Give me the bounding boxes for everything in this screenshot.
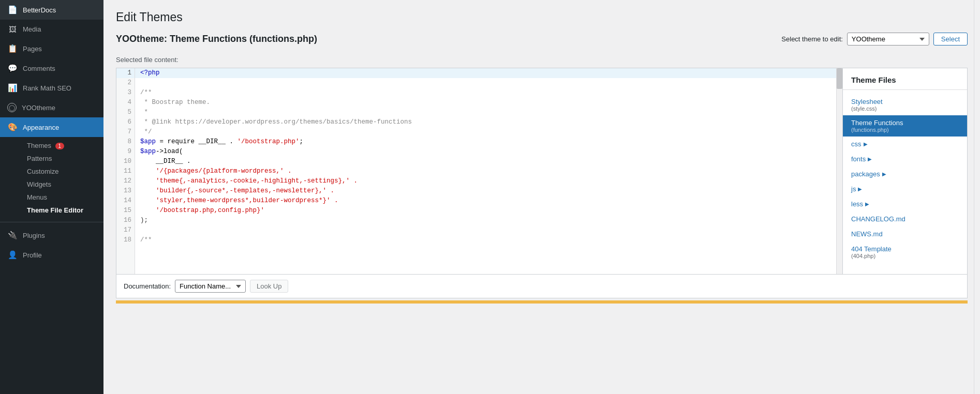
- sidebar-item-betterdocs[interactable]: 📄 BetterDocs: [0, 0, 103, 20]
- sidebar-label-plugins: Plugins: [23, 232, 45, 239]
- sidebar-label-patterns: Patterns: [27, 155, 52, 162]
- file-item-js[interactable]: js▶: [843, 181, 967, 196]
- sidebar-label-rankmath: Rank Math SEO: [23, 84, 71, 92]
- file-list-scroll: Stylesheet(style.css)Theme Functions(fun…: [843, 90, 967, 274]
- folder-name-less: less: [851, 200, 863, 208]
- file-sub-stylesheet: (style.css): [851, 105, 959, 112]
- file-name-news: NEWS.md: [851, 230, 883, 238]
- theme-selector-row: Select theme to edit: YOOthemeTwenty Twe…: [781, 33, 968, 46]
- folder-arrow-js: ▶: [858, 186, 862, 192]
- file-item-stylesheet[interactable]: Stylesheet(style.css): [843, 94, 967, 115]
- sidebar-item-yootheme[interactable]: ◯ YOOtheme: [0, 98, 103, 117]
- sidebar-item-menus[interactable]: Menus: [23, 191, 103, 204]
- appearance-submenu: Themes 1 Patterns Customize Widgets Menu…: [0, 137, 103, 219]
- line-numbers: 123456789101112131415161718: [116, 68, 135, 274]
- appearance-icon: 🎨: [7, 123, 18, 132]
- file-item-404-template[interactable]: 404 Template(404.php): [843, 241, 967, 263]
- sidebar-item-widgets[interactable]: Widgets: [23, 178, 103, 191]
- file-item-packages[interactable]: packages▶: [843, 166, 967, 181]
- sidebar-divider-1: [0, 222, 103, 222]
- sidebar-label-profile: Profile: [23, 251, 42, 259]
- file-list-scrollbar: [974, 0, 980, 394]
- code-line-9: $app->load(: [135, 147, 836, 157]
- line-number-14: 14: [116, 196, 135, 206]
- sidebar-label-menus: Menus: [27, 193, 47, 201]
- main-content: Edit Themes YOOtheme: Theme Functions (f…: [103, 0, 980, 394]
- sidebar-item-patterns[interactable]: Patterns: [23, 152, 103, 165]
- comments-icon: 💬: [7, 64, 18, 73]
- sidebar-item-appearance[interactable]: 🎨 Appearance: [0, 117, 103, 137]
- code-line-15: '/bootstrap.php,config.php}': [135, 206, 836, 216]
- sidebar-label-appearance: Appearance: [23, 124, 59, 131]
- select-button[interactable]: Select: [933, 33, 968, 46]
- sidebar-label-themes: Themes: [27, 142, 51, 149]
- code-line-14: 'styler,theme-wordpress*,builder-wordpre…: [135, 196, 836, 206]
- folder-name-js: js: [851, 185, 856, 193]
- folder-name-css: css: [851, 140, 862, 148]
- line-number-11: 11: [116, 166, 135, 176]
- betterdocs-icon: 📄: [7, 5, 18, 14]
- file-item-changelog[interactable]: CHANGELOG.md: [843, 211, 967, 226]
- file-item-news[interactable]: NEWS.md: [843, 226, 967, 241]
- sidebar-item-comments[interactable]: 💬 Comments: [0, 58, 103, 78]
- profile-icon: 👤: [7, 250, 18, 260]
- code-line-5: *: [135, 108, 836, 117]
- line-number-4: 4: [116, 98, 135, 108]
- file-list-panel: Theme Files Stylesheet(style.css)Theme F…: [843, 68, 967, 274]
- code-line-2: [135, 78, 836, 88]
- code-line-13: 'builder{,-source*,-templates,-newslette…: [135, 186, 836, 196]
- file-item-less[interactable]: less▶: [843, 196, 967, 211]
- sidebar-item-plugins[interactable]: 🔌 Plugins: [0, 225, 103, 245]
- file-list-title: Theme Files: [843, 68, 967, 90]
- sidebar-label-customize: Customize: [27, 168, 58, 175]
- sidebar-item-customize[interactable]: Customize: [23, 165, 103, 178]
- line-number-5: 5: [116, 108, 135, 117]
- sidebar: 📄 BetterDocs 🖼 Media 📋 Pages 💬 Comments …: [0, 0, 103, 394]
- lookup-button[interactable]: Look Up: [250, 280, 288, 293]
- function-name-select[interactable]: Function Name...: [175, 280, 246, 293]
- sidebar-item-profile[interactable]: 👤 Profile: [0, 245, 103, 265]
- line-number-16: 16: [116, 216, 135, 225]
- sidebar-item-pages[interactable]: 📋 Pages: [0, 39, 103, 58]
- file-item-fonts[interactable]: fonts▶: [843, 151, 967, 166]
- code-line-4: * Boostrap theme.: [135, 98, 836, 108]
- folder-arrow-css: ▶: [864, 141, 868, 147]
- sidebar-item-themes[interactable]: Themes 1: [23, 139, 103, 152]
- scrollbar-thumb: [837, 68, 842, 89]
- line-number-2: 2: [116, 78, 135, 88]
- sidebar-label-widgets: Widgets: [27, 180, 51, 188]
- code-line-16: );: [135, 216, 836, 225]
- line-number-15: 15: [116, 206, 135, 216]
- theme-select[interactable]: YOOthemeTwenty Twenty-ThreeTwenty Twenty…: [847, 33, 929, 46]
- code-lines[interactable]: <?php/** * Boostrap theme. * * @link htt…: [135, 68, 836, 274]
- line-number-13: 13: [116, 186, 135, 196]
- code-editor-area: 123456789101112131415161718 <?php/** * B…: [116, 68, 843, 274]
- file-item-theme-functions[interactable]: Theme Functions(functions.php): [843, 115, 967, 137]
- selected-file-label: Selected file content:: [116, 56, 968, 64]
- file-sub-404-template: (404.php): [851, 253, 959, 259]
- themes-badge: 1: [55, 143, 65, 149]
- select-theme-label: Select theme to edit:: [781, 35, 843, 43]
- sidebar-item-media[interactable]: 🖼 Media: [0, 20, 103, 39]
- file-name-stylesheet: Stylesheet: [851, 98, 883, 105]
- code-line-18: /**: [135, 235, 836, 245]
- code-line-8: $app = require __DIR__ . '/bootstrap.php…: [135, 137, 836, 147]
- code-line-11: '/{packages/{platform-wordpress,' .: [135, 166, 836, 176]
- file-item-css[interactable]: css▶: [843, 137, 967, 151]
- file-subtitle: YOOtheme: Theme Functions (functions.php…: [116, 34, 317, 44]
- folder-arrow-fonts: ▶: [868, 156, 872, 162]
- sidebar-item-theme-file-editor[interactable]: Theme File Editor: [23, 204, 103, 217]
- editor-scrollbar[interactable]: [836, 68, 842, 274]
- code-line-10: __DIR__ .: [135, 157, 836, 166]
- pages-icon: 📋: [7, 44, 18, 53]
- sidebar-label-theme-file-editor: Theme File Editor: [27, 206, 83, 214]
- line-number-12: 12: [116, 176, 135, 186]
- sidebar-label-comments: Comments: [23, 65, 55, 72]
- documentation-row: Documentation: Function Name... Look Up: [116, 275, 968, 298]
- code-line-7: */: [135, 127, 836, 137]
- yootheme-icon: ◯: [7, 103, 17, 112]
- page-title: Edit Themes: [116, 10, 968, 24]
- sidebar-item-rankmath[interactable]: 📊 Rank Math SEO: [0, 78, 103, 98]
- plugins-icon: 🔌: [7, 231, 18, 240]
- file-name-changelog: CHANGELOG.md: [851, 215, 905, 223]
